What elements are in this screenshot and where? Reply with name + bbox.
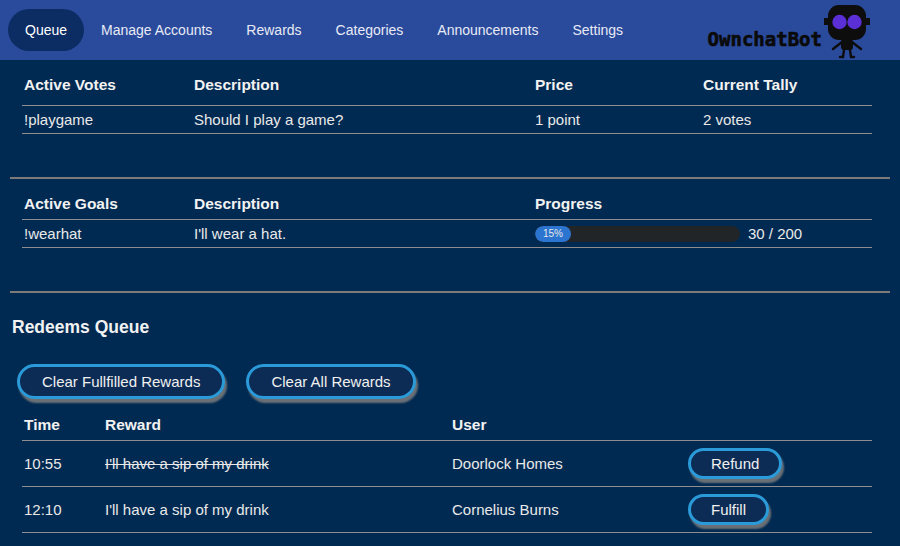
column-header-description: Description [192, 179, 533, 220]
robot-mascot-icon [824, 3, 874, 59]
column-header-description: Description [192, 60, 533, 106]
redeem-user: Doorlock Homes [450, 441, 686, 487]
active-votes-table: Active Votes Description Price Current T… [22, 60, 872, 134]
clear-fulfilled-rewards-button[interactable]: Clear Fullfilled Rewards [17, 364, 225, 399]
redeem-row: 12:10 I'll have a sip of my drink Cornel… [22, 487, 872, 533]
redeem-user: Cornelius Burns [450, 487, 686, 533]
nav-tab-queue[interactable]: Queue [8, 9, 84, 51]
vote-description: Should I play a game? [192, 106, 533, 134]
table-header-row: Active Goals Description Progress [22, 179, 872, 220]
progress-bar-fill: 15% [535, 226, 571, 242]
nav-tab-settings[interactable]: Settings [555, 9, 640, 51]
column-header-price: Price [533, 60, 701, 106]
column-header-progress: Progress [533, 179, 872, 220]
redeems-queue-title: Redeems Queue [12, 317, 900, 338]
redeem-row: 10:55 I'll have a sip of my drink Doorlo… [22, 441, 872, 487]
redeem-time: 12:10 [22, 487, 103, 533]
progress-value-text: 30 / 200 [748, 225, 802, 242]
redeem-reward-fulfilled: I'll have a sip of my drink [103, 441, 450, 487]
column-header-active-votes: Active Votes [22, 60, 192, 106]
brand-logo: OwnchatBot [708, 0, 874, 60]
brand-wordmark: OwnchatBot [708, 28, 822, 50]
table-header-row: Active Votes Description Price Current T… [22, 60, 872, 106]
vote-command: !playgame [22, 106, 192, 134]
column-header-action [686, 399, 872, 441]
progress-bar-track: 15% [535, 226, 740, 242]
nav-tab-announcements[interactable]: Announcements [420, 9, 555, 51]
goal-command: !wearhat [22, 220, 192, 248]
nav-tab-categories[interactable]: Categories [319, 9, 421, 51]
vote-row: !playgame Should I play a game? 1 point … [22, 106, 872, 134]
redeem-reward: I'll have a sip of my drink [103, 487, 450, 533]
section-divider [10, 291, 890, 293]
active-goals-table: Active Goals Description Progress !wearh… [22, 179, 872, 248]
clear-all-rewards-button[interactable]: Clear All Rewards [246, 364, 415, 399]
refund-button[interactable]: Refund [688, 448, 782, 479]
nav-tab-manage-accounts[interactable]: Manage Accounts [84, 9, 229, 51]
vote-price: 1 point [533, 106, 701, 134]
column-header-reward: Reward [103, 399, 450, 441]
goal-row: !wearhat I'll wear a hat. 15% 30 / 200 [22, 220, 872, 248]
redeems-actions: Clear Fullfilled Rewards Clear All Rewar… [17, 364, 900, 399]
goal-progress: 15% 30 / 200 [535, 225, 870, 242]
vote-tally: 2 votes [701, 106, 872, 134]
column-header-current-tally: Current Tally [701, 60, 872, 106]
nav-tab-rewards[interactable]: Rewards [229, 9, 318, 51]
fulfill-button[interactable]: Fulfill [688, 494, 769, 525]
column-header-active-goals: Active Goals [22, 179, 192, 220]
goal-description: I'll wear a hat. [192, 220, 533, 248]
column-header-user: User [450, 399, 686, 441]
column-header-time: Time [22, 399, 103, 441]
redeem-time: 10:55 [22, 441, 103, 487]
top-navbar: Queue Manage Accounts Rewards Categories… [0, 0, 900, 60]
table-header-row: Time Reward User [22, 399, 872, 441]
progress-percent-label: 15% [543, 228, 563, 239]
redeems-queue-table: Time Reward User 10:55 I'll have a sip o… [22, 399, 872, 533]
